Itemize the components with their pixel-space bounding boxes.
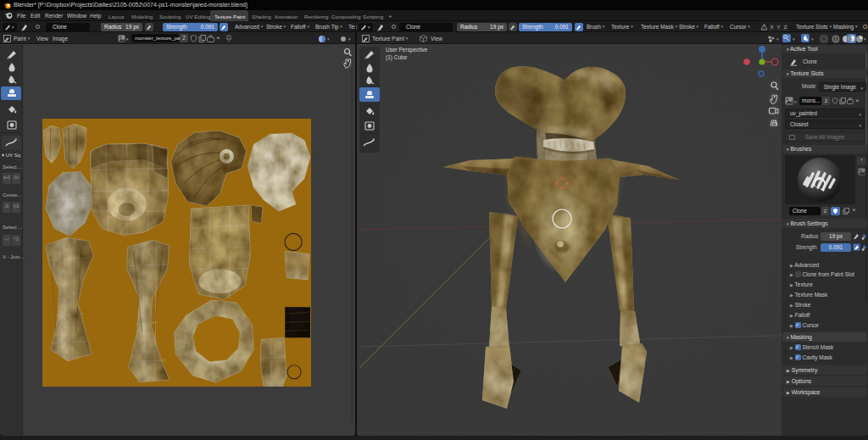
svg-text:(1) Cube: (1) Cube [386, 54, 408, 61]
svg-text:User Perspective: User Perspective [386, 47, 428, 53]
